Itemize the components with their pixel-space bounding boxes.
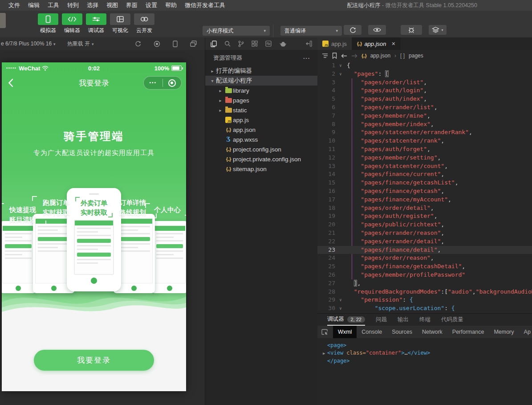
- menu-item-界面[interactable]: 界面: [122, 0, 142, 11]
- code-line-6[interactable]: 6 "pages/errander/list",: [317, 103, 532, 112]
- tree-item-app.wxss[interactable]: Ʒapp.wxss: [205, 135, 317, 144]
- code-line-21[interactable]: 21 "pages/errander/reason",: [317, 229, 532, 237]
- code-line-8[interactable]: 8 "pages/member/index",: [317, 120, 532, 129]
- code-line-9[interactable]: 9 "pages/statcenter/erranderRank",: [317, 128, 532, 137]
- mode-dropdown[interactable]: 小程序模式▾: [203, 26, 270, 36]
- nav-forward-icon[interactable]: [351, 53, 357, 58]
- more-actions-icon[interactable]: ···: [303, 55, 310, 61]
- code-line-25[interactable]: 25 "pages/finance/getcashDetail",: [317, 262, 532, 271]
- extensions-icon[interactable]: [252, 41, 258, 47]
- tree-item-project.config.json[interactable]: {..}project.config.json: [205, 144, 317, 154]
- code-line-29[interactable]: 29∨ "permission": {: [317, 296, 532, 304]
- code-line-15[interactable]: 15 "pages/finance/getcashList",: [317, 179, 532, 187]
- menu-item-设置[interactable]: 设置: [142, 0, 161, 11]
- bookmark-icon[interactable]: [332, 53, 337, 59]
- code-area[interactable]: 1∨{2∨ "pages": [3 "pages/order/list",4 "…: [317, 61, 532, 313]
- code-line-3[interactable]: 3 "pages/order/list",: [317, 78, 532, 87]
- code-line-1[interactable]: 1∨{: [317, 61, 532, 70]
- toolbar-button-编辑器[interactable]: 编辑器: [62, 13, 82, 34]
- devtools-tab-Console[interactable]: Console: [357, 326, 387, 338]
- editor-tab-app.js[interactable]: JSapp.js: [317, 37, 352, 50]
- code-line-11[interactable]: 11 "pages/auth/forget",: [317, 145, 532, 154]
- code-line-10[interactable]: 10 "pages/statcenter/rank",: [317, 137, 532, 145]
- code-line-26[interactable]: 26 "pages/member/profilePassword": [317, 271, 532, 279]
- close-icon[interactable]: ×: [392, 40, 395, 47]
- fold-chevron-icon[interactable]: ∨: [337, 61, 344, 70]
- npm-icon[interactable]: [265, 41, 272, 47]
- menu-item-编辑[interactable]: 编辑: [24, 0, 44, 11]
- search-icon[interactable]: [224, 41, 231, 47]
- record-icon[interactable]: [154, 41, 160, 47]
- capsule-menu[interactable]: •••: [143, 76, 182, 90]
- tree-item-配送端小程序[interactable]: ▾配送端小程序: [205, 76, 317, 86]
- tree-down-arrow-icon[interactable]: ▾: [209, 78, 216, 83]
- fold-chevron-icon[interactable]: ∨: [337, 296, 344, 304]
- menu-item-文件[interactable]: 文件: [4, 0, 24, 11]
- debugger-tab-输出[interactable]: 输出: [398, 314, 409, 326]
- device-selector[interactable]: e 6/7/8 Plus 100% 16▾: [1, 41, 56, 47]
- breadcrumb-symbol[interactable]: pages: [409, 53, 423, 59]
- code-line-5[interactable]: 5 "pages/auth/index",: [317, 95, 532, 103]
- expand-arrow-icon[interactable]: ▶: [323, 350, 327, 357]
- capsule-close-icon[interactable]: [163, 79, 182, 87]
- menu-item-选择[interactable]: 选择: [83, 0, 102, 11]
- collapse-sidebar-icon[interactable]: [306, 41, 312, 47]
- user-avatar[interactable]: [0, 13, 6, 28]
- more-dots-icon[interactable]: •••: [144, 81, 162, 85]
- code-line-30[interactable]: 30∨ "scope.userLocation": {: [317, 304, 532, 313]
- code-line-16[interactable]: 16 "pages/finance/getcash",: [317, 187, 532, 196]
- git-branch-icon[interactable]: [238, 41, 244, 47]
- devtools-tab-Wxml[interactable]: Wxml: [333, 326, 357, 338]
- tree-item-打开的编辑器[interactable]: ▸打开的编辑器: [205, 66, 317, 76]
- editor-tab-app.json[interactable]: {..}app.json×: [352, 37, 401, 50]
- tree-item-project.private.config.json[interactable]: {..}project.private.config.json: [205, 154, 317, 164]
- tree-item-app.js[interactable]: JSapp.js: [205, 115, 317, 125]
- devtools-tab-Sources[interactable]: Sources: [387, 326, 417, 338]
- code-line-23[interactable]: 23 "pages/finance/detail",: [317, 246, 532, 254]
- wxml-node-0[interactable]: <page>: [323, 342, 527, 349]
- login-button[interactable]: 我要登录: [34, 350, 154, 371]
- toolbar-button-可视化[interactable]: 可视化: [110, 13, 130, 34]
- menu-item-工具[interactable]: 工具: [44, 0, 63, 11]
- tree-item-sitemap.json[interactable]: {..}sitemap.json: [205, 164, 317, 174]
- tree-item-app.json[interactable]: {..}app.json: [205, 125, 317, 135]
- hot-reload-toggle[interactable]: 热重载 开▾: [67, 40, 94, 48]
- debugger-tab-代码质量[interactable]: 代码质量: [441, 314, 463, 326]
- tree-item-static[interactable]: ▸static: [205, 105, 317, 115]
- fold-chevron-icon[interactable]: ∨: [337, 70, 344, 78]
- fold-chevron-icon[interactable]: ∨: [337, 304, 344, 313]
- tree-right-arrow-icon[interactable]: ▸: [217, 98, 224, 103]
- compile-dropdown[interactable]: 普通编译▾: [280, 26, 342, 36]
- code-line-19[interactable]: 19 "pages/auth/register",: [317, 212, 532, 221]
- debugger-tab-终端[interactable]: 终端: [419, 314, 430, 326]
- tree-right-arrow-icon[interactable]: ▸: [217, 108, 224, 113]
- code-line-24[interactable]: 24 "pages/order/reason",: [317, 254, 532, 262]
- outline-icon[interactable]: [322, 53, 328, 58]
- code-line-7[interactable]: 7 "pages/member/mine",: [317, 112, 532, 120]
- code-line-20[interactable]: 20 "pages/public/richtext",: [317, 221, 532, 229]
- code-line-22[interactable]: 22 "pages/errander/detail",: [317, 237, 532, 246]
- tree-item-pages[interactable]: ▸pages: [205, 95, 317, 105]
- tree-right-arrow-icon[interactable]: ▸: [209, 69, 216, 74]
- debugger-tab-问题[interactable]: 问题: [376, 314, 387, 326]
- code-line-2[interactable]: 2∨ "pages": [: [317, 70, 532, 78]
- wxml-node-2[interactable]: </page>: [323, 357, 527, 365]
- toolbar-button-模拟器[interactable]: 模拟器: [38, 13, 58, 34]
- code-line-12[interactable]: 12 "pages/member/setting",: [317, 154, 532, 162]
- devtools-tab-Performance[interactable]: Performance: [447, 326, 489, 338]
- menu-item-微信开发者工具[interactable]: 微信开发者工具: [181, 0, 229, 11]
- menu-item-视图[interactable]: 视图: [102, 0, 122, 11]
- inspect-element-icon[interactable]: [317, 329, 332, 335]
- multi-window-icon[interactable]: [190, 41, 197, 47]
- code-line-14[interactable]: 14 "pages/finance/current",: [317, 170, 532, 179]
- menu-item-帮助[interactable]: 帮助: [161, 0, 181, 11]
- tencent-cloud-icon[interactable]: [279, 41, 287, 47]
- wxml-node-1[interactable]: ▶<view class="container">…</view>: [323, 349, 527, 357]
- devtools-tab-Ap[interactable]: Ap: [519, 326, 532, 338]
- code-line-13[interactable]: 13 "pages/statcenter/count",: [317, 162, 532, 171]
- toolbar-button-调试器[interactable]: 调试器: [86, 13, 106, 34]
- menu-item-转到[interactable]: 转到: [63, 0, 83, 11]
- debugger-tab-调试器[interactable]: 调试器2, 22: [327, 314, 365, 326]
- devtools-tab-Memory[interactable]: Memory: [489, 326, 519, 338]
- devtools-tab-Network[interactable]: Network: [417, 326, 447, 338]
